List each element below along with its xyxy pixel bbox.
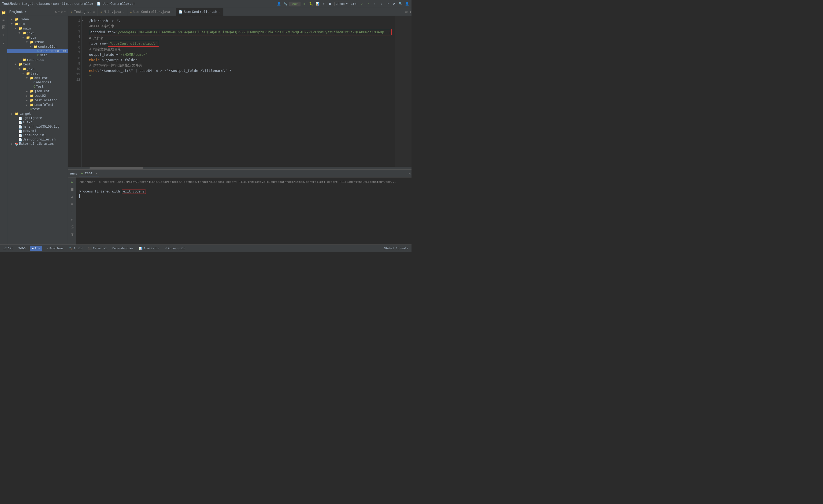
run-play-icon: ▶ — [32, 246, 34, 250]
tree-item-testlocation[interactable]: ▶ 📁 testlocation — [7, 98, 68, 103]
tree-item-src[interactable]: ▼ 📁 src — [7, 22, 68, 26]
tree-item-com[interactable]: ▼ 📁 com — [7, 35, 68, 40]
tree-item-test02[interactable]: ▶ 📁 test02 — [7, 94, 68, 98]
tree-item-jsontest[interactable]: ▶ 📁 jsonTest — [7, 89, 68, 94]
tab-close-icon[interactable]: ✕ — [123, 10, 124, 14]
breadcrumb-itmac[interactable]: itmac — [62, 2, 71, 6]
db-browser-icon[interactable]: 🗄 — [0, 24, 7, 31]
tree-item-atxt[interactable]: 📄 a.txt — [7, 120, 68, 125]
tree-item-test-class2[interactable]: C test — [7, 107, 68, 112]
run-content[interactable]: /bin/bash -c "export OutputPath=/Users/j… — [76, 177, 412, 244]
status-git[interactable]: ⎇ Git — [2, 246, 14, 250]
tab-usercontroller-java[interactable]: ☕ UserController.java ✕ — [127, 8, 176, 16]
tab-close-icon[interactable]: ✕ — [172, 10, 173, 14]
tree-item-java[interactable]: ▼ 📁 java — [7, 31, 68, 35]
tab-close-icon[interactable]: ✕ — [93, 10, 95, 14]
tab-close-icon[interactable]: ✕ — [219, 10, 220, 14]
breadcrumb-target[interactable]: target — [22, 2, 33, 6]
stop-icon[interactable]: ⏹ — [328, 2, 333, 6]
run-tab-test[interactable]: ▶ test ✕ — [79, 171, 99, 176]
git-revert-icon[interactable]: ↩ — [385, 2, 390, 6]
git-pull-icon[interactable]: ↓ — [379, 2, 384, 6]
breadcrumb-file[interactable]: 📄 UserController.sh — [97, 2, 136, 6]
tree-item-test-java[interactable]: ▼ 📁 java — [7, 67, 68, 71]
exit-code-badge: exit code 0 — [122, 189, 146, 194]
tree-item-abstest[interactable]: ▼ 📁 absTest — [7, 76, 68, 80]
profile-icon[interactable]: ⚡ — [321, 2, 326, 6]
tab-test-java[interactable]: ☕ Test.java ✕ — [68, 8, 98, 16]
horizontal-scrollbar[interactable] — [68, 167, 412, 169]
run-print-icon[interactable]: 🖨 — [68, 223, 75, 230]
scroll-up-icon[interactable]: ▲ — [409, 10, 412, 14]
run-filter-icon[interactable]: ≡ — [68, 201, 75, 208]
status-build[interactable]: 🔨 Build — [68, 246, 84, 250]
panel-icon-1[interactable]: ⇅ — [55, 10, 56, 14]
status-jrebel-console[interactable]: JRebel Console — [382, 246, 409, 250]
project-icon[interactable]: 📁 — [0, 9, 7, 16]
git-push-icon[interactable]: ✓ — [366, 2, 371, 6]
tree-item-test[interactable]: ▼ 📁 test — [7, 62, 68, 67]
tab-usercontroller-sh[interactable]: 📄 UserController.sh ✕ — [176, 8, 223, 16]
tree-item-itmac[interactable]: ▼ 📁 itmac — [7, 40, 68, 44]
tree-item-testiml[interactable]: 📄 TestMode.iml — [7, 133, 68, 138]
code-content[interactable]: /bin/bash -c "\ #base64字符串 encoded_str="… — [86, 16, 395, 167]
tree-item-absmodel[interactable]: C AbsModel — [7, 80, 68, 85]
settings-icon[interactable]: 🔧 — [283, 2, 288, 6]
debug-icon[interactable]: 🐛 — [309, 2, 313, 6]
tree-item-pomxml[interactable]: 📄 pom.xml — [7, 129, 68, 133]
panel-icon-2[interactable]: ≡ — [58, 10, 59, 14]
tree-item-usercontroller-sh[interactable]: 📄 UserController.sh — [7, 138, 68, 142]
tree-item-resources[interactable]: 📁 resources — [7, 58, 68, 62]
scrollbar-thumb[interactable] — [90, 167, 143, 169]
status-terminal[interactable]: ⬛ Terminal — [87, 246, 108, 250]
tree-item-gitignore[interactable]: 📄 .gitignore — [7, 116, 68, 120]
search-icon[interactable]: 🔍 — [398, 2, 403, 6]
git-annotate-icon[interactable]: A — [392, 2, 396, 6]
git-check-icon[interactable]: ✓ — [359, 2, 364, 6]
breadcrumb-com[interactable]: com — [53, 2, 59, 6]
tree-label: External Libraries — [19, 142, 54, 146]
breadcrumb-classes[interactable]: classes — [36, 2, 50, 6]
status-problems[interactable]: ⚠ Problems — [45, 246, 64, 250]
structure-icon[interactable]: ≡ — [0, 17, 7, 24]
tree-arrow: ▶ — [11, 18, 14, 21]
coverage-icon[interactable]: 📊 — [315, 2, 320, 6]
panel-icon-3[interactable]: ⚙ — [61, 10, 63, 14]
status-dependencies[interactable]: Dependencies — [111, 246, 135, 250]
jrebel-icon[interactable]: J — [0, 39, 7, 46]
run-rerun-icon[interactable]: ↩ — [68, 194, 75, 200]
status-todo[interactable]: TODO — [17, 246, 26, 250]
tree-item-main-class[interactable]: C Main — [7, 53, 68, 58]
commit-icon[interactable]: ✎ — [0, 32, 7, 39]
tree-item-target[interactable]: ▶ 📁 target — [7, 112, 68, 116]
tree-item-unsafetest[interactable]: ▶ 📁 unsafeTest — [7, 103, 68, 107]
tree-item-main[interactable]: ▼ 📁 main — [7, 26, 68, 31]
breadcrumb-controller[interactable]: controller — [74, 2, 94, 6]
tree-item-usercontroller[interactable]: C UserController — [7, 49, 68, 53]
tree-arrow: ▶ — [26, 95, 29, 98]
tree-item-idea[interactable]: ▶ 📁 .idea — [7, 17, 68, 22]
run-icon[interactable]: ▶ — [302, 2, 307, 6]
tab-main-java[interactable]: ☕ Main.java ✕ — [98, 8, 127, 16]
panel-minimize-icon[interactable]: − — [64, 10, 66, 14]
status-auto-build[interactable]: ⚡ Auto-build — [164, 246, 187, 250]
git-fetch-icon[interactable]: ↑ — [372, 2, 377, 6]
tree-item-test-class[interactable]: C Test — [7, 85, 68, 89]
user-icon[interactable]: 👤 — [404, 2, 409, 6]
tree-item-controller[interactable]: ▼ 📁 controller — [7, 44, 68, 49]
jrebel-button[interactable]: JRebel ▾ — [334, 2, 349, 6]
tree-item-hserr[interactable]: 📄 hs_err_pid35159.log — [7, 125, 68, 129]
tree-item-test2[interactable]: ▼ 📁 test — [7, 71, 68, 76]
run-stop-icon[interactable]: ⏹ — [68, 186, 75, 193]
run-scroll-down-icon[interactable]: ↓ — [68, 208, 75, 215]
status-run[interactable]: ▶ Run — [30, 246, 42, 250]
run-settings-icon[interactable]: ⚙ — [409, 172, 411, 176]
run-tab-close-icon[interactable]: ✕ — [96, 172, 97, 175]
vcs-icon[interactable]: 👤 — [276, 2, 281, 6]
run-config-selector[interactable]: Main — [289, 2, 301, 6]
run-trash-icon[interactable]: 🗑 — [68, 231, 75, 238]
run-soft-wrap-icon[interactable]: ⏎ — [68, 216, 75, 223]
status-statistic[interactable]: 📊 Statistic — [138, 246, 161, 250]
tree-item-external-libs[interactable]: ▶ 📚 External Libraries — [7, 142, 68, 146]
run-play-icon[interactable]: ▶ — [68, 179, 75, 185]
